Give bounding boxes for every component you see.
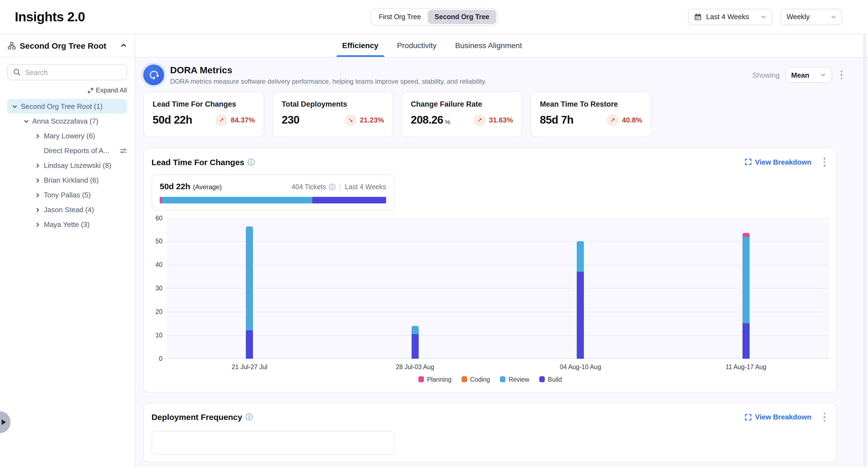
tree-item-lindsay-liszewski-8[interactable]: Lindsay Liszewski (8) [7, 158, 127, 173]
average-summary-card: 50d 22h (Average) 404 Tickets ⓘ | Last 4… [152, 174, 394, 210]
chevron-right-icon[interactable] [35, 192, 40, 198]
average-meta: 404 Tickets ⓘ | Last 4 Weeks [291, 183, 386, 191]
org-toggle-first-org-tree[interactable]: First Org Tree [372, 9, 428, 24]
top-bar: Insights 2.0 First Org TreeSecond Org Tr… [0, 0, 868, 34]
chevron-right-icon[interactable] [35, 222, 40, 227]
info-icon[interactable]: ⓘ [246, 414, 253, 421]
view-breakdown-label: View Breakdown [755, 413, 811, 421]
gridline-30 [167, 288, 829, 289]
tree-item-jason-stead-4[interactable]: Jason Stead (4) [7, 202, 127, 217]
metric-value-row: 85d 7h↗40.8% [540, 114, 642, 126]
org-toggle-second-org-tree[interactable]: Second Org Tree [428, 9, 496, 24]
metric-card-title: Total Deployments [282, 100, 384, 108]
tab-bar: EfficiencyProductivityBusiness Alignment [135, 34, 868, 57]
bar-segment-build [577, 272, 584, 359]
tree-item-maya-yette-3[interactable]: Maya Yette (3) [7, 217, 127, 232]
bar-segment-build [246, 330, 253, 359]
legend-label: Build [548, 376, 562, 382]
dora-kebab-menu[interactable] [837, 68, 845, 82]
avg-bar-segment-build [313, 196, 386, 203]
legend-item-coding[interactable]: Coding [461, 376, 490, 382]
filter-sliders-icon[interactable] [120, 147, 127, 154]
legend-item-planning[interactable]: Planning [418, 376, 452, 382]
info-icon[interactable]: ⓘ [329, 183, 335, 190]
top-bar-controls: Last 4 Weeks Weekly [688, 8, 842, 25]
bar-segment-review [577, 242, 584, 272]
average-stacked-bar [160, 196, 386, 203]
divider: | [339, 183, 341, 191]
metric-value-suffix: % [445, 119, 451, 125]
chevron-down-icon[interactable] [24, 118, 29, 124]
sidebar-collapse-handle[interactable] [0, 411, 10, 433]
aggregation-select[interactable]: Mean [785, 67, 832, 83]
period-label: Last 4 Weeks [345, 183, 386, 191]
deployment-kebab-menu[interactable] [820, 410, 829, 424]
chevron-right-icon[interactable] [35, 178, 40, 183]
content-area: DORA Metrics DORA metrics measure softwa… [135, 57, 868, 463]
chevron-right-icon[interactable] [35, 163, 40, 168]
scrollbar[interactable] [863, 34, 866, 467]
lead-time-kebab-menu[interactable] [820, 155, 829, 169]
chevron-down-icon [831, 14, 836, 20]
legend-item-review[interactable]: Review [500, 376, 529, 382]
lead-time-title: Lead Time For Changes [152, 157, 245, 167]
deployment-actions: View Breakdown [745, 410, 829, 424]
y-axis-labels: 0102030405060 [152, 218, 167, 359]
gridline-60 [167, 218, 829, 218]
metric-card-title: Lead Time For Changes [153, 100, 255, 108]
gridline-20 [167, 312, 829, 312]
gridline-50 [167, 242, 829, 242]
tree-item-direct-reports-of-a[interactable]: Direct Reports of A... [7, 143, 127, 158]
tab-efficiency[interactable]: Efficiency [342, 34, 378, 57]
search-icon [13, 68, 21, 76]
search-input[interactable] [25, 68, 121, 76]
tab-productivity[interactable]: Productivity [397, 34, 437, 57]
chevron-down-icon [761, 14, 766, 20]
bar-04-aug-10-aug[interactable] [577, 242, 584, 359]
metric-delta-badge: ↗40.8% [607, 114, 642, 126]
tree-item-label: Anna Scozzafava (7) [32, 117, 98, 125]
main-panel: EfficiencyProductivityBusiness Alignment… [135, 34, 868, 467]
chevron-down-icon[interactable] [12, 104, 18, 109]
granularity-select[interactable]: Weekly [780, 8, 842, 25]
metric-delta-value: 31.63% [489, 116, 513, 124]
metric-delta-value: 40.8% [622, 116, 642, 124]
average-label: (Average) [193, 183, 222, 191]
tree-item-tony-pallas-5[interactable]: Tony Pallas (5) [7, 188, 127, 202]
tree-item-mary-lowery-6[interactable]: Mary Lowery (6) [7, 128, 127, 143]
bar-segment-build [742, 323, 750, 359]
chart-plot-area [167, 218, 829, 359]
date-range-select[interactable]: Last 4 Weeks [688, 8, 772, 25]
bar-segment-review [742, 237, 750, 323]
bar-11-aug-17-aug[interactable] [742, 233, 750, 359]
legend-item-build[interactable]: Build [539, 376, 562, 382]
bar-stack [742, 233, 750, 359]
chevron-right-icon[interactable] [35, 133, 40, 138]
expand-all-button[interactable]: Expand All [0, 86, 127, 94]
info-icon[interactable]: ⓘ [248, 159, 255, 166]
metric-delta-badge: ↗84.37% [216, 114, 255, 126]
tree-item-second-org-tree-root-1[interactable]: Second Org Tree Root (1) [7, 99, 127, 114]
sidebar-root-title: Second Org Tree Root [20, 41, 117, 50]
legend-swatch [418, 376, 424, 382]
tree-item-brian-kirkland-6[interactable]: Brian Kirkland (6) [7, 173, 127, 188]
chevron-down-icon [820, 72, 826, 77]
bar-21-jul-27-jul[interactable] [246, 226, 253, 359]
metric-card-title: Change Failure Rate [411, 100, 513, 108]
search-field[interactable] [7, 64, 127, 81]
tickets-count: 404 Tickets [291, 183, 326, 191]
chevron-right-icon[interactable] [35, 207, 40, 213]
tree-item-anna-scozzafava-7[interactable]: Anna Scozzafava (7) [7, 114, 127, 128]
legend-swatch [461, 376, 467, 382]
metric-value: 230 [282, 114, 300, 126]
chevron-up-icon[interactable] [120, 42, 127, 49]
tab-business-alignment[interactable]: Business Alignment [455, 34, 522, 57]
tree-item-label: Lindsay Liszewski (8) [44, 161, 111, 169]
view-breakdown-button[interactable]: View Breakdown [745, 158, 811, 166]
metric-value-row: 50d 22h↗84.37% [153, 114, 255, 126]
dora-title: DORA Metrics [170, 65, 487, 76]
average-value: 50d 22h [160, 181, 190, 191]
bar-28-jul-03-aug[interactable] [411, 325, 419, 359]
view-breakdown-button[interactable]: View Breakdown [745, 413, 811, 421]
lead-time-card: Lead Time For Changes ⓘ View Breakdown [143, 148, 837, 392]
